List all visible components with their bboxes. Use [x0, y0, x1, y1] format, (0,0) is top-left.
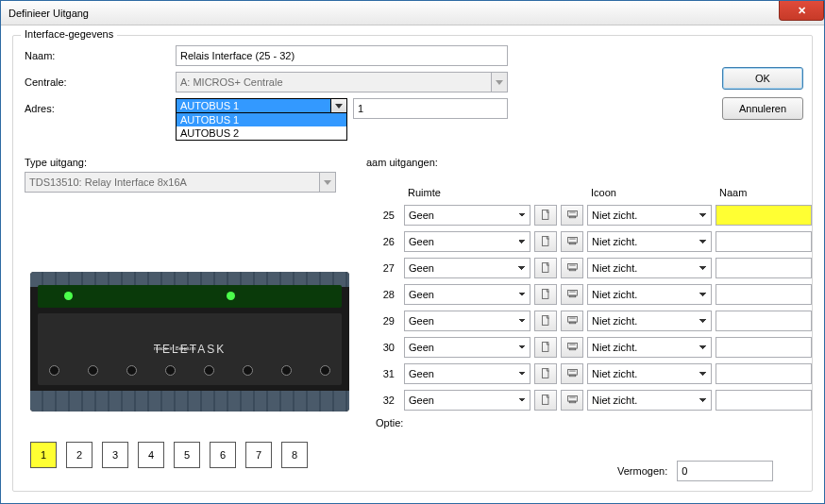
- edit-room-button[interactable]: [561, 284, 583, 305]
- icoon-select[interactable]: Niet zicht.: [587, 337, 712, 358]
- icoon-select[interactable]: Niet zicht.: [587, 284, 712, 305]
- channel-button-8[interactable]: 8: [281, 442, 308, 468]
- channel-button-4[interactable]: 4: [138, 442, 164, 468]
- close-button[interactable]: ✕: [779, 1, 824, 21]
- adres-bus-options: AUTOBUS 1 AUTOBUS 2: [177, 112, 346, 140]
- svg-rect-24: [542, 368, 548, 378]
- edit-room-button[interactable]: [561, 363, 583, 384]
- output-row: 26GeenNiet zicht.: [376, 230, 812, 253]
- label-adres: Adres:: [25, 103, 176, 114]
- icoon-select[interactable]: Niet zicht.: [587, 363, 712, 384]
- svg-rect-25: [567, 369, 577, 375]
- new-room-button[interactable]: [534, 205, 557, 226]
- new-room-button[interactable]: [534, 284, 557, 305]
- ruimte-select[interactable]: Geen: [404, 390, 530, 411]
- page-icon: [540, 261, 552, 276]
- properties-icon: [566, 394, 579, 408]
- output-naam-input[interactable]: [716, 363, 812, 384]
- ruimte-select[interactable]: Geen: [404, 231, 530, 252]
- row-centrale: Centrale:: [25, 72, 800, 92]
- ruimte-select[interactable]: Geen: [404, 311, 530, 331]
- adres-bus-selected[interactable]: AUTOBUS 1: [177, 99, 330, 112]
- svg-rect-28: [542, 395, 548, 404]
- output-naam-input[interactable]: [716, 284, 812, 305]
- output-row: 30GeenNiet zicht.: [376, 336, 812, 359]
- output-index: 26: [376, 236, 400, 247]
- ruimte-select[interactable]: Geen: [404, 337, 530, 358]
- edit-room-button[interactable]: [561, 337, 583, 358]
- new-room-button[interactable]: [534, 258, 557, 278]
- titlebar: Definieer Uitgang ✕: [1, 1, 824, 25]
- outputs-header: Ruimte Icoon Naam: [376, 187, 812, 198]
- new-room-button[interactable]: [534, 231, 557, 252]
- naam-input[interactable]: [176, 45, 508, 66]
- channel-button-7[interactable]: 7: [245, 442, 272, 468]
- output-row: 29GeenNiet zicht.: [376, 310, 812, 332]
- knob-icon: [88, 365, 98, 376]
- icoon-select[interactable]: Niet zicht.: [587, 205, 712, 226]
- label-naam-uitgangen: aam uitgangen:: [366, 157, 438, 168]
- adres-bus-toggle[interactable]: [330, 99, 346, 112]
- centrale-dropdown-btn: [491, 73, 507, 92]
- chevron-down-icon: [496, 80, 503, 85]
- output-naam-input[interactable]: [716, 390, 812, 411]
- page-icon: [540, 367, 552, 381]
- properties-icon: [566, 209, 579, 223]
- channel-button-5[interactable]: 5: [174, 442, 200, 468]
- ruimte-select[interactable]: Geen: [404, 205, 530, 226]
- output-naam-input[interactable]: [716, 258, 812, 278]
- new-room-button[interactable]: [534, 363, 557, 384]
- knob-icon: [243, 365, 253, 376]
- properties-icon: [566, 367, 579, 381]
- edit-room-button[interactable]: [561, 205, 583, 226]
- knob-icon: [281, 365, 292, 376]
- output-index: 31: [376, 368, 400, 379]
- adres-bus-option-2[interactable]: AUTOBUS 2: [177, 126, 346, 140]
- svg-rect-17: [567, 316, 577, 322]
- channel-button-2[interactable]: 2: [66, 442, 93, 468]
- vermogen-row: Vermogen:: [617, 461, 773, 481]
- dialog-window: Definieer Uitgang ✕ OK Annuleren Interfa…: [0, 0, 825, 504]
- output-naam-input[interactable]: [716, 231, 812, 252]
- edit-room-button[interactable]: [561, 231, 583, 252]
- icoon-select[interactable]: Niet zicht.: [587, 390, 712, 411]
- icoon-select[interactable]: Niet zicht.: [587, 231, 712, 252]
- channel-button-3[interactable]: 3: [102, 442, 128, 468]
- svg-rect-16: [542, 315, 548, 325]
- channel-button-1[interactable]: 1: [30, 442, 57, 468]
- icoon-select[interactable]: Niet zicht.: [587, 311, 712, 331]
- ruimte-select[interactable]: Geen: [404, 284, 530, 305]
- svg-rect-18: [569, 322, 576, 324]
- ruimte-select[interactable]: Geen: [404, 258, 530, 278]
- edit-room-button[interactable]: [561, 311, 583, 331]
- svg-rect-9: [567, 263, 577, 269]
- adres-bus-dropdown[interactable]: AUTOBUS 1 AUTOBUS 1 AUTOBUS 2: [176, 98, 347, 141]
- new-room-button[interactable]: [534, 337, 557, 358]
- new-room-button[interactable]: [534, 311, 557, 331]
- output-row: 25GeenNiet zicht.: [376, 204, 812, 227]
- output-naam-input[interactable]: [716, 337, 812, 358]
- label-optie: Optie:: [376, 417, 403, 428]
- icoon-select[interactable]: Niet zicht.: [587, 258, 712, 278]
- output-index: 27: [376, 262, 400, 274]
- device-pcb: [38, 285, 342, 308]
- label-type: Type uitgang:: [25, 157, 87, 168]
- ruimte-select[interactable]: Geen: [404, 363, 530, 384]
- channel-button-6[interactable]: 6: [210, 442, 236, 468]
- svg-rect-20: [542, 342, 548, 351]
- new-room-button[interactable]: [534, 390, 557, 411]
- properties-icon: [566, 235, 579, 249]
- output-naam-input[interactable]: [716, 205, 812, 226]
- channel-buttons: 12345678: [30, 442, 308, 468]
- properties-icon: [566, 288, 579, 302]
- knob-icon: [126, 365, 137, 376]
- adres-bus-option-1[interactable]: AUTOBUS 1: [177, 113, 346, 126]
- svg-rect-6: [569, 243, 576, 244]
- label-centrale: Centrale:: [25, 76, 176, 88]
- vermogen-input[interactable]: [677, 461, 773, 481]
- edit-room-button[interactable]: [561, 390, 583, 411]
- adres-number-input[interactable]: [353, 98, 508, 119]
- edit-room-button[interactable]: [561, 258, 583, 278]
- group-label: Interface-gegevens: [21, 28, 117, 40]
- output-naam-input[interactable]: [716, 311, 812, 331]
